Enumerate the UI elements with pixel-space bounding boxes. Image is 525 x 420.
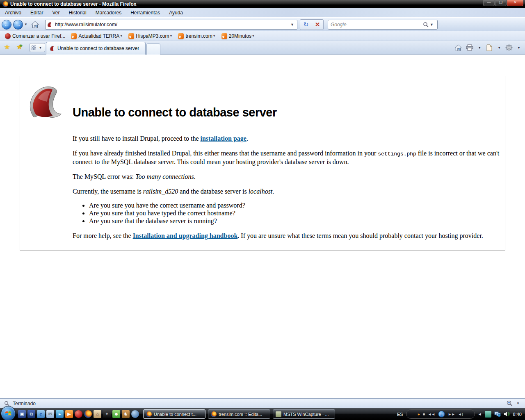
page-info-button[interactable] [485, 43, 494, 52]
quick-launch: ▣ ⧉ e ✉ ▸ ▶ ⌂ ✦ ☻ ♞ [18, 410, 139, 418]
history-dropdown-icon[interactable]: ▼ [24, 23, 27, 26]
bookmark-hispamp3[interactable]: HispaMP3.com▼ [126, 32, 176, 40]
rss-feed-icon [71, 33, 77, 39]
wmp-stop-button[interactable]: ■ [423, 412, 425, 416]
checklist-item: Are you sure you have the correct userna… [89, 201, 502, 209]
print-button[interactable] [465, 43, 474, 52]
bookmark-star-icon[interactable]: ★ [4, 43, 10, 51]
task-buttons: Unable to connect t... trensim.com :: Ed… [143, 409, 335, 419]
realplayer-icon[interactable] [75, 410, 82, 418]
home-icon [454, 44, 462, 51]
menu-editar[interactable]: Editar [26, 9, 47, 17]
home-app-icon[interactable]: ⌂ [94, 410, 101, 418]
media-player-icon[interactable]: ▸ [56, 410, 64, 418]
tray-app-icon[interactable] [485, 411, 491, 418]
home-button[interactable] [30, 20, 40, 30]
taskbar: ▣ ⧉ e ✉ ▸ ▶ ⌂ ✦ ☻ ♞ Unable to connect t.… [0, 408, 525, 420]
menu-ayuda[interactable]: Ayuda [165, 9, 187, 17]
volume-icon[interactable] [504, 411, 510, 418]
rss-feed-icon [221, 33, 227, 39]
show-desktop-icon[interactable]: ▣ [18, 410, 26, 418]
page-dropdown-icon[interactable]: ▼ [498, 46, 501, 50]
firefox-app-icon [2, 1, 8, 7]
wmp-volume-button[interactable]: ◄) [458, 412, 463, 416]
rss-feed-icon [178, 33, 184, 39]
menu-historial[interactable]: Historial [64, 9, 90, 17]
messenger-icon[interactable]: ☻ [112, 410, 120, 418]
wmp-pause-button[interactable]: ❙❙ [438, 411, 445, 418]
internet-explorer-icon[interactable]: e [37, 410, 45, 418]
tab-strip: ★ ★✚ ▼ Unable to connect to database ser… [0, 41, 525, 55]
tab-active[interactable]: Unable to connect to database server [46, 42, 146, 55]
mail-icon[interactable]: ✉ [46, 410, 54, 418]
bookmark-20minutos[interactable]: 20Minutos▼ [219, 32, 258, 40]
railsimulator-favicon [47, 22, 53, 27]
switch-windows-icon[interactable]: ⧉ [27, 410, 35, 418]
dark-app-icon[interactable]: ✦ [103, 410, 111, 418]
start-button[interactable] [1, 406, 16, 420]
menu-archivo[interactable]: Archivo [1, 9, 25, 17]
status-search-icon [4, 401, 9, 406]
wmp-mini-player: ▸ ■ ◄◄ ❙❙ ►► ◄) [406, 409, 475, 419]
language-indicator[interactable]: ES [397, 412, 403, 417]
menu-marcadores[interactable]: Marcadores [91, 9, 126, 17]
home-toolbar-button[interactable] [454, 43, 463, 52]
tab-title: Unable to connect to database server [57, 46, 139, 51]
back-button[interactable]: ← [2, 20, 11, 30]
paragraph-mysql-error: The MySQL error was: Too many connection… [73, 173, 502, 180]
windows-flag-icon [5, 410, 12, 417]
handbook-link[interactable]: Installation and upgrading handbook [133, 232, 238, 239]
print-dropdown-icon[interactable]: ▼ [478, 46, 481, 50]
paragraph-credentials: Currently, the username is railsim_d520 … [73, 187, 502, 195]
tools-button[interactable] [504, 43, 514, 52]
paragraph-more-help: For more help, see the Installation and … [73, 232, 502, 240]
search-engine-dropdown-icon[interactable]: ▼ [429, 23, 435, 27]
search-bar[interactable]: ▼ [328, 20, 438, 30]
wmp-icon: ▸ [418, 412, 420, 416]
railsimulator-logo [28, 85, 64, 119]
wmp-prev-button[interactable]: ◄◄ [428, 412, 435, 416]
taskbar-button-firefox-error[interactable]: Unable to connect t... [143, 409, 205, 419]
tools-dropdown-icon[interactable]: ▼ [517, 46, 520, 50]
tray-collapse-icon[interactable]: ◄ [478, 412, 482, 416]
tab-groups-button[interactable]: ▼ [30, 43, 45, 52]
address-bar[interactable]: ▼ [45, 20, 297, 30]
zoom-in-icon[interactable] [507, 400, 513, 406]
close-button[interactable]: ✕ [507, 0, 523, 6]
taskbar-clock[interactable]: 8:40 [513, 412, 522, 417]
url-input[interactable] [55, 22, 289, 27]
brown-app-icon[interactable]: ♞ [122, 410, 130, 418]
minimize-button[interactable]: — [483, 0, 495, 6]
media-orange-icon[interactable]: ▶ [65, 410, 73, 418]
network-icon[interactable] [494, 411, 501, 418]
bookmark-comenzar[interactable]: Comenzar a usar Firef... [2, 32, 68, 40]
url-dropdown-icon[interactable]: ▼ [289, 23, 295, 27]
gear-icon [505, 44, 513, 51]
system-tray: ES ▸ ■ ◄◄ ❙❙ ►► ◄) ◄ 8:40 [397, 408, 523, 420]
tab-stub[interactable] [146, 43, 160, 55]
installation-page-link[interactable]: installation page [200, 135, 246, 142]
stop-button[interactable]: ✕ [312, 21, 323, 28]
search-input[interactable] [331, 22, 423, 27]
bookmark-actualidad-terra[interactable]: Actualidad TERRA▼ [68, 32, 126, 40]
firefox-icon[interactable] [84, 410, 92, 418]
checklist-item: Are you sure that you have typed the cor… [89, 209, 502, 217]
page-title: Unable to connect to database server [73, 106, 502, 119]
forward-button[interactable]: → [13, 20, 23, 30]
taskbar-button-trensim[interactable]: trensim.com :: Edita... [208, 409, 270, 419]
search-icon[interactable] [423, 22, 429, 27]
globe-app-icon[interactable] [131, 410, 139, 418]
zoom-dropdown-icon[interactable]: ▼ [516, 402, 520, 405]
add-bookmark-icon[interactable]: ★✚ [16, 43, 25, 51]
menu-bar: Archivo Editar Ver Historial Marcadores … [0, 8, 525, 17]
checklist: Are you sure you have the correct userna… [89, 201, 502, 225]
getting-started-icon [5, 33, 11, 39]
bookmark-trensim[interactable]: trensim.com▼ [176, 32, 219, 40]
settings-php-code: settings.php [378, 151, 416, 157]
restore-button[interactable]: ❐ [495, 0, 507, 6]
menu-ver[interactable]: Ver [48, 9, 64, 17]
reload-button[interactable]: ↻ [300, 21, 312, 28]
menu-herramientas[interactable]: Herramientas [126, 9, 164, 17]
taskbar-button-wincapture[interactable]: MSTS WinCapture - ... [273, 409, 335, 419]
wmp-next-button[interactable]: ►► [448, 412, 455, 416]
